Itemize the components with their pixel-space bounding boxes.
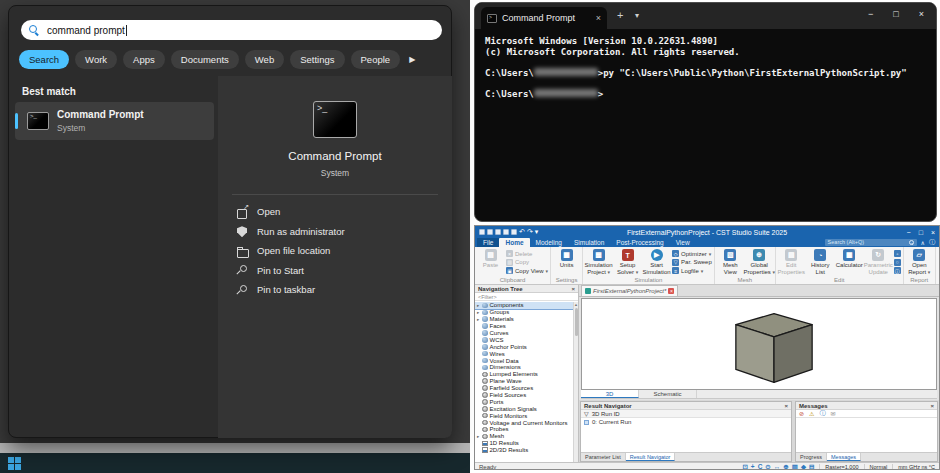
search-input[interactable]: command prompt <box>21 20 442 40</box>
python-button[interactable]: PyPython ▾ <box>938 248 939 269</box>
mesh-view-button[interactable]: ▧MeshView <box>717 248 744 275</box>
tree-item-wcs[interactable]: WCS <box>475 336 574 343</box>
save-all-icon[interactable] <box>503 229 509 235</box>
tree-item-field-sources[interactable]: Field Sources <box>475 392 574 399</box>
calculator-button[interactable]: ▦Calculator <box>836 248 863 269</box>
more-filters-icon[interactable]: ▶ <box>409 55 415 64</box>
tree-item-voxel-data[interactable]: Voxel Data <box>475 357 574 364</box>
new-tab-button[interactable]: + <box>617 9 623 21</box>
tree-item-lumped-elements[interactable]: Lumped Elements <box>475 371 574 378</box>
global-properties-button[interactable]: ⊕GlobalProperties ▾ <box>746 248 773 275</box>
dock-tab-progress[interactable]: Progress <box>796 453 827 461</box>
3d-viewport[interactable] <box>581 298 937 390</box>
dock-tab-parameter-list[interactable]: Parameter List <box>581 453 626 461</box>
start-simulation-button[interactable]: ▶StartSimulation <box>643 248 670 275</box>
tree-scrollbar[interactable]: ▲ <box>573 302 578 462</box>
filter-pill-people[interactable]: People <box>351 50 401 69</box>
filter-pill-web[interactable]: Web <box>245 50 284 69</box>
terminal-output[interactable]: Microsoft Windows [Version 10.0.22631.48… <box>475 29 936 107</box>
action-pin-to-start[interactable]: Pin to Start <box>218 261 452 281</box>
tree-filter-input[interactable]: <Filter> <box>475 293 578 301</box>
tree-item-voltage-and-current-monitors[interactable]: Voltage and Current Monitors <box>475 419 574 426</box>
warning-filter-icon[interactable]: ⚠ <box>809 410 814 417</box>
tree-item-curves[interactable]: Curves <box>475 330 574 337</box>
ribbon-search-input[interactable]: Search (Alt+Q) <box>825 239 917 246</box>
setup-solver-button[interactable]: TSetupSolver ▾ <box>614 248 641 275</box>
clipping-icon[interactable]: ▥ <box>792 463 798 470</box>
par-sweep-button[interactable]: ▽Par. Sweep <box>672 259 712 266</box>
close-icon[interactable]: × <box>930 403 934 409</box>
zoom-window-icon[interactable]: ⊡ <box>742 463 747 470</box>
tree-item-dimensions[interactable]: Dimensions <box>475 364 574 371</box>
save-icon[interactable] <box>495 229 501 235</box>
open-file-icon[interactable] <box>487 229 493 235</box>
copy-view-icon[interactable] <box>511 229 517 235</box>
pan-icon[interactable]: ↔ <box>774 463 781 470</box>
collapse-ribbon-icon[interactable]: ∧ <box>921 239 925 246</box>
filter-pill-documents[interactable]: Documents <box>171 50 239 69</box>
wcs-toggle-icon[interactable]: ○ <box>894 259 901 266</box>
qat-customize-icon[interactable]: ▾ <box>535 229 539 235</box>
minimize-button[interactable]: − <box>868 9 873 19</box>
close-button[interactable]: × <box>919 9 924 19</box>
close-button[interactable]: × <box>931 229 935 236</box>
logfile-button[interactable]: ≡Logfile▾ <box>672 267 712 274</box>
history-list-button[interactable]: ◔HistoryList <box>807 248 834 275</box>
close-icon[interactable]: × <box>571 286 575 292</box>
new-file-icon[interactable] <box>479 229 485 235</box>
close-icon[interactable]: × <box>784 403 788 409</box>
ribbon-tab-post-processing[interactable]: Post-Processing <box>610 238 669 247</box>
package-icon[interactable]: ◆ <box>801 463 806 470</box>
simulation-project-button[interactable]: ▩SimulationProject ▾ <box>585 248 612 275</box>
select-icon[interactable]: ⊙ <box>765 463 770 470</box>
zoom-in-icon[interactable]: + <box>751 463 755 470</box>
minimize-button[interactable]: − <box>907 229 911 236</box>
zoom-icon[interactable]: ⊕ <box>783 463 788 470</box>
tree-item-1d-results[interactable]: 1D Results <box>475 440 574 447</box>
view-tab-schematic[interactable]: Schematic <box>639 390 697 398</box>
tab-close-icon[interactable]: × <box>668 288 674 294</box>
run-id-column-header[interactable]: ▽ 3D Run ID <box>581 410 791 418</box>
pick-lists-icon[interactable]: ▫ <box>894 250 901 257</box>
filter-pill-settings[interactable]: Settings <box>290 50 344 69</box>
rotate-icon[interactable]: C <box>758 463 763 470</box>
tab-dropdown-icon[interactable]: ▾ <box>635 11 639 20</box>
tree-item-ports[interactable]: Ports <box>475 398 574 405</box>
tree-item-anchor-points[interactable]: Anchor Points <box>475 343 574 350</box>
info-icon[interactable]: ⓘ <box>894 267 901 274</box>
redo-icon[interactable]: ↷ <box>527 229 533 235</box>
ribbon-tab-home[interactable]: Home <box>499 238 529 247</box>
dock-tab-result-navigator[interactable]: Result Navigator <box>626 453 676 461</box>
tree-item-excitation-signals[interactable]: Excitation Signals <box>475 405 574 412</box>
maximize-button[interactable]: □ <box>893 9 898 19</box>
tree-item-components[interactable]: ▸Components <box>475 302 574 309</box>
action-pin-to-taskbar[interactable]: Pin to taskbar <box>218 280 452 300</box>
action-open-file-location[interactable]: Open file location <box>218 241 452 261</box>
ribbon-tab-file[interactable]: File <box>477 238 499 247</box>
maximize-button[interactable]: □ <box>919 229 923 236</box>
tree-item-2d-3d-results[interactable]: 2D/3D Results <box>475 447 574 454</box>
ribbon-tab-simulation[interactable]: Simulation <box>568 238 610 247</box>
cube-model[interactable] <box>734 311 814 385</box>
tree-item-groups[interactable]: ▸Groups <box>475 309 574 316</box>
view-tab-3d[interactable]: 3D <box>581 390 639 398</box>
ribbon-tab-view[interactable]: View <box>670 238 696 247</box>
undo-icon[interactable]: ↶ <box>519 229 525 235</box>
ribbon-tab-modeling[interactable]: Modeling <box>530 238 568 247</box>
filter-pill-apps[interactable]: Apps <box>123 50 165 69</box>
project-document-tab[interactable]: FirstExternalPythonProject* × <box>581 285 678 296</box>
error-filter-icon[interactable]: ⊘ <box>799 410 804 417</box>
monitor-icon[interactable]: ⊟ <box>809 463 814 470</box>
tree-item-materials[interactable]: ▸Materials <box>475 316 574 323</box>
tree-item-wires[interactable]: Wires <box>475 350 574 357</box>
mail-icon[interactable]: ✉ <box>830 410 835 417</box>
tree-item-faces[interactable]: Faces <box>475 323 574 330</box>
tree-item-farfield-sources[interactable]: Farfield Sources <box>475 385 574 392</box>
action-run-as-administrator[interactable]: Run as administrator <box>218 222 452 242</box>
best-match-item[interactable]: Command Prompt System <box>15 102 214 140</box>
start-button[interactable] <box>8 457 21 470</box>
optimizer-button[interactable]: ◇Optimizer▾ <box>672 250 712 257</box>
tree-item-plane-wave[interactable]: Plane Wave <box>475 378 574 385</box>
units-button[interactable]: ▦Units <box>553 248 580 269</box>
action-open[interactable]: Open <box>218 202 452 222</box>
